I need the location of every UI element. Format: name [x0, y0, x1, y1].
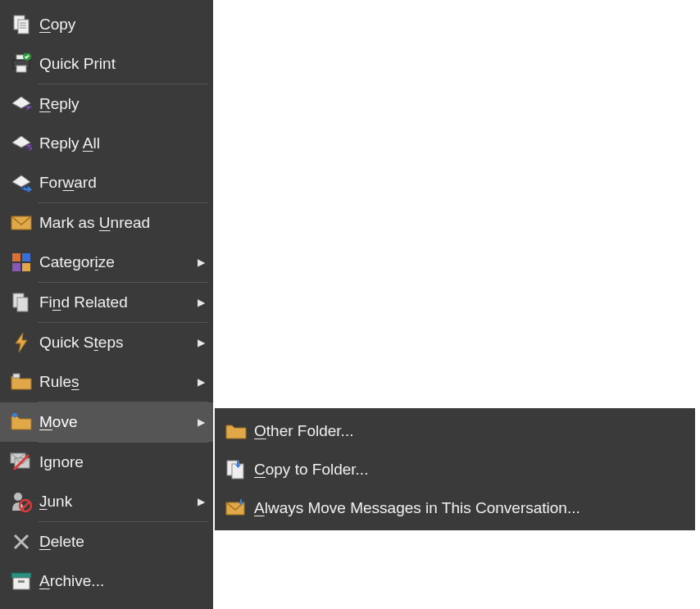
menu-item-junk[interactable]: Junk ▶	[0, 482, 213, 521]
menu-item-label: Reply	[36, 95, 207, 113]
menu-item-move[interactable]: Move ▶	[0, 402, 213, 442]
folder-icon	[221, 422, 251, 440]
submenu-arrow-icon: ▶	[197, 337, 205, 348]
submenu-arrow-icon: ▶	[197, 496, 205, 507]
menu-item-rules[interactable]: Rules ▶	[0, 362, 213, 402]
svg-rect-26	[13, 578, 30, 589]
menu-item-label: Find Related	[36, 293, 197, 311]
copy-folder-icon	[221, 459, 251, 480]
menu-item-label: Rules	[36, 373, 197, 391]
menu-item-delete[interactable]: Delete	[0, 522, 213, 561]
menu-item-label: Mark as Unread	[36, 214, 207, 232]
svg-rect-13	[22, 263, 30, 271]
svg-point-20	[14, 493, 22, 501]
svg-rect-1	[18, 20, 29, 34]
move-folder-icon	[7, 413, 36, 431]
svg-rect-7	[16, 66, 26, 72]
context-menu: Copy Quick Print Reply Reply All Forward…	[0, 0, 213, 609]
forward-icon	[7, 172, 36, 193]
menu-item-label: Junk	[36, 493, 197, 511]
menu-item-label: Copy	[36, 16, 207, 34]
svg-rect-11	[22, 253, 30, 261]
menu-item-quick-print[interactable]: Quick Print	[0, 44, 213, 84]
menu-item-ignore[interactable]: Ignore	[0, 443, 213, 482]
submenu-arrow-icon: ▶	[197, 376, 205, 388]
menu-item-forward[interactable]: Forward	[0, 163, 213, 202]
submenu-arrow-icon: ▶	[197, 416, 205, 428]
menu-item-label: Reply All	[36, 134, 207, 152]
menu-item-copy[interactable]: Copy	[0, 5, 213, 44]
menu-item-reply[interactable]: Reply	[0, 84, 213, 124]
menu-item-label: Categorize	[36, 253, 197, 271]
ignore-icon	[7, 452, 36, 473]
envelope-icon	[7, 215, 36, 231]
junk-icon	[7, 491, 36, 512]
archive-icon	[7, 572, 36, 590]
lightning-icon	[7, 332, 36, 353]
menu-item-label: Move	[36, 413, 197, 431]
folder-rules-icon	[7, 373, 36, 391]
find-related-icon	[7, 292, 36, 313]
envelope-move-icon	[221, 499, 251, 517]
svg-rect-12	[12, 263, 20, 271]
menu-item-reply-all[interactable]: Reply All	[0, 124, 213, 163]
svg-rect-27	[18, 580, 25, 583]
move-submenu: Other Folder... Copy to Folder... Always…	[215, 408, 695, 530]
submenu-item-copy-folder[interactable]: Copy to Folder...	[215, 450, 695, 489]
delete-icon	[7, 533, 36, 551]
menu-item-quick-steps[interactable]: Quick Steps ▶	[0, 323, 213, 362]
submenu-item-label: Always Move Messages in This Conversatio…	[251, 499, 689, 517]
svg-rect-15	[17, 298, 28, 311]
svg-rect-10	[12, 253, 20, 261]
submenu-arrow-icon: ▶	[197, 257, 205, 268]
menu-item-label: Forward	[36, 174, 207, 192]
submenu-item-always-move[interactable]: Always Move Messages in This Conversatio…	[215, 489, 695, 527]
printer-icon	[7, 53, 36, 75]
menu-item-label: Ignore	[36, 453, 207, 471]
menu-item-label: Quick Print	[36, 55, 207, 73]
svg-rect-25	[11, 573, 31, 578]
submenu-arrow-icon: ▶	[197, 297, 205, 308]
submenu-item-label: Other Folder...	[251, 422, 689, 440]
svg-rect-16	[13, 374, 20, 378]
menu-item-archive[interactable]: Archive...	[0, 561, 213, 601]
menu-item-find-related[interactable]: Find Related ▶	[0, 283, 213, 322]
submenu-item-label: Copy to Folder...	[251, 461, 689, 479]
menu-item-label: Archive...	[36, 572, 207, 590]
copy-icon	[7, 14, 36, 35]
reply-all-icon	[7, 133, 36, 154]
submenu-item-other-folder[interactable]: Other Folder...	[215, 411, 695, 450]
categorize-icon	[7, 252, 36, 272]
menu-item-categorize[interactable]: Categorize ▶	[0, 243, 213, 282]
menu-item-mark-unread[interactable]: Mark as Unread	[0, 203, 213, 243]
menu-item-label: Quick Steps	[36, 334, 197, 352]
reply-icon	[7, 93, 36, 115]
menu-item-label: Delete	[36, 533, 207, 551]
